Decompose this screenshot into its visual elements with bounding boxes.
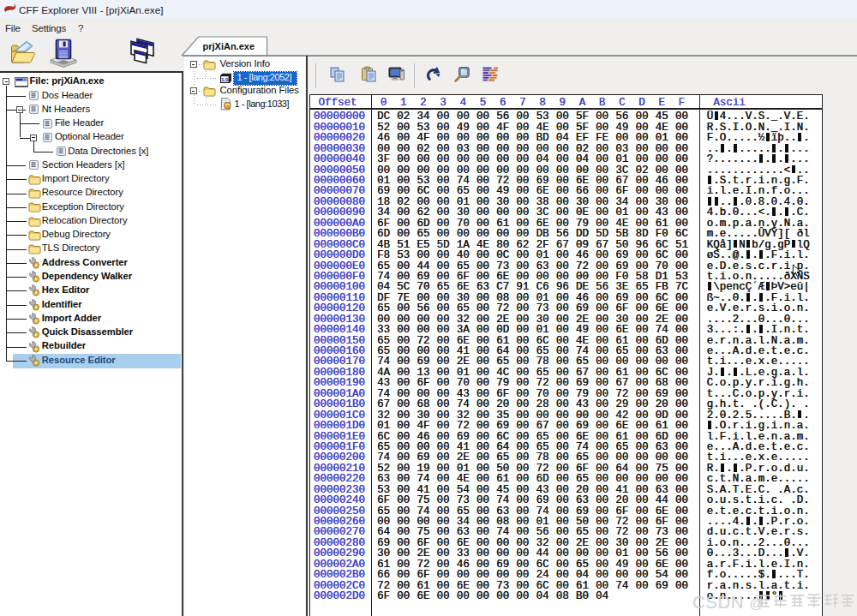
- svg-text:1.0: 1.0: [220, 75, 228, 81]
